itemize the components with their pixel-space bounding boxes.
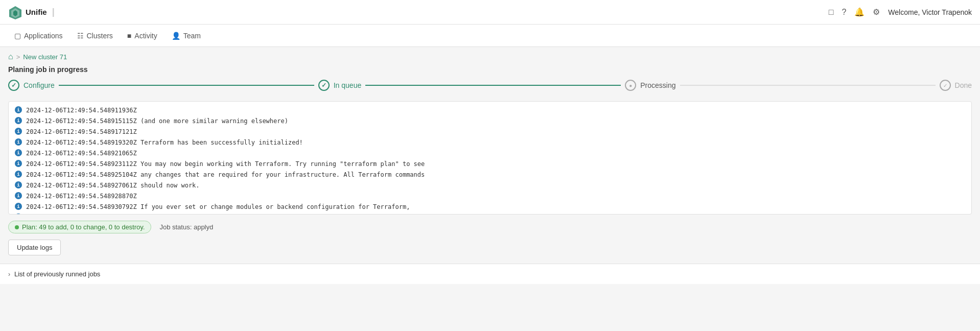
status-pill: Plan: 49 to add, 0 to change, 0 to destr… [8,221,151,233]
app-name: Unifie [26,8,47,16]
step-processing-icon: ● [625,80,636,91]
main-content: ⌂ > New cluster 71 Planing job in progre… [0,47,980,284]
header-right: □ ? 🔔 ⚙ Welcome, Victor Trapenok [829,7,972,17]
log-entry-9: i 2024-12-06T12:49:54.548930792Z If you … [15,202,965,211]
nav-item-activity[interactable]: ■ Activity [121,29,164,43]
step-line-2 [365,85,621,86]
log-entry-3: i 2024-12-06T12:49:54.548919320Z Terrafo… [15,138,965,147]
log-info-icon-9: i [15,203,22,210]
log-entry-10: i 2024-12-06T12:49:54.548932744Z rerun t… [15,213,965,214]
nav-item-team[interactable]: 👤 Team [166,29,207,43]
step-processing: ● Processing [625,80,675,91]
log-info-icon-5: i [15,160,22,167]
step-done-label: Done [955,81,972,89]
log-text-9: 2024-12-06T12:49:54.548930792Z If you ev… [26,202,410,211]
log-entry-1: i 2024-12-06T12:49:54.548915115Z (and on… [15,116,965,126]
steps-container: ✓ Configure ✓ In queue ● Processing ✓ Do… [0,80,980,101]
nav-item-clusters[interactable]: ☷ Clusters [71,29,119,43]
log-entry-5: i 2024-12-06T12:49:54.548923112Z You may… [15,159,965,169]
breadcrumb: ⌂ > New cluster 71 [0,47,980,63]
log-text-5: 2024-12-06T12:49:54.548923112Z You may n… [26,159,425,169]
log-entry-0: i 2024-12-06T12:49:54.548911936Z [15,106,965,115]
log-entry-6: i 2024-12-06T12:49:54.548925104Z any cha… [15,170,965,179]
status-bar: Plan: 49 to add, 0 to change, 0 to destr… [0,215,980,240]
log-scroll[interactable]: i 2024-12-06T12:49:54.548911936Z i 2024-… [9,102,971,214]
step-line-1 [59,85,314,86]
help-icon[interactable]: ? [842,8,846,17]
status-dot [15,225,19,229]
log-text-10: 2024-12-06T12:49:54.548932744Z rerun thi… [26,213,432,214]
log-entry-7: i 2024-12-06T12:49:54.548927061Z should … [15,181,965,190]
log-info-icon-0: i [15,106,22,113]
log-entry-4: i 2024-12-06T12:49:54.548921065Z [15,149,965,158]
team-icon: 👤 [172,32,180,40]
nav: ▢ Applications ☷ Clusters ■ Activity 👤 T… [0,25,980,47]
settings-icon[interactable]: ⚙ [873,7,880,17]
step-configure: ✓ Configure [8,80,55,91]
step-configure-label: Configure [24,81,55,89]
prev-jobs-label: List of previously runned jobs [14,270,100,278]
welcome-text: Welcome, Victor Trapenok [888,8,972,16]
log-text-7: 2024-12-06T12:49:54.548927061Z should no… [26,181,200,190]
log-text-3: 2024-12-06T12:49:54.548919320Z Terraform… [26,138,303,147]
step-configure-icon: ✓ [8,80,19,91]
breadcrumb-cluster-link[interactable]: New cluster 71 [23,53,67,61]
clusters-icon: ☷ [77,32,84,40]
log-entry-8: i 2024-12-06T12:49:54.548928870Z [15,192,965,201]
header-divider: | [52,7,55,17]
step-processing-label: Processing [640,81,675,89]
step-done-icon: ✓ [940,80,951,91]
plan-text: Plan: 49 to add, 0 to change, 0 to destr… [22,223,145,231]
step-line-3 [680,85,936,86]
bookmark-icon[interactable]: □ [829,8,834,17]
nav-label-clusters: Clusters [87,32,113,40]
log-info-icon-3: i [15,138,22,146]
log-entry-2: i 2024-12-06T12:49:54.548917121Z [15,127,965,136]
nav-item-applications[interactable]: ▢ Applications [8,29,69,43]
step-inqueue-icon: ✓ [318,80,330,91]
page-title: Planing job in progress [0,63,980,80]
log-info-icon-2: i [15,128,22,135]
header-left: Unifie | [8,5,57,19]
prev-jobs-section[interactable]: › List of previously runned jobs [0,264,980,284]
log-info-icon-1: i [15,117,22,124]
activity-icon: ■ [127,32,131,40]
update-logs-button[interactable]: Update logs [8,240,61,255]
log-text-1: 2024-12-06T12:49:54.548915115Z (and one … [26,116,288,126]
bell-icon[interactable]: 🔔 [854,7,865,17]
header: Unifie | □ ? 🔔 ⚙ Welcome, Victor Trapeno… [0,0,980,25]
home-icon[interactable]: ⌂ [8,52,13,61]
logo-icon [8,5,22,19]
log-text-4: 2024-12-06T12:49:54.548921065Z [26,149,137,158]
step-done: ✓ Done [940,80,972,91]
nav-label-activity: Activity [134,32,157,40]
applications-icon: ▢ [14,32,21,40]
step-in-queue: ✓ In queue [318,80,362,91]
log-text-8: 2024-12-06T12:49:54.548928870Z [26,192,137,201]
log-text-6: 2024-12-06T12:49:54.548925104Z any chang… [26,170,425,179]
log-info-icon-8: i [15,192,22,199]
job-status-text: Job status: applyd [159,223,213,231]
log-text-2: 2024-12-06T12:49:54.548917121Z [26,127,137,136]
nav-label-team: Team [183,32,201,40]
log-info-icon-7: i [15,181,22,188]
log-info-icon-6: i [15,171,22,178]
breadcrumb-separator: > [16,53,20,61]
logo-area: Unifie | [8,5,57,19]
chevron-right-icon: › [8,271,10,278]
log-container: i 2024-12-06T12:49:54.548911936Z i 2024-… [8,101,972,215]
nav-label-applications: Applications [24,32,63,40]
log-text-0: 2024-12-06T12:49:54.548911936Z [26,106,137,115]
log-info-icon-10: i [15,214,22,214]
log-info-icon-4: i [15,149,22,156]
step-inqueue-label: In queue [334,81,362,89]
